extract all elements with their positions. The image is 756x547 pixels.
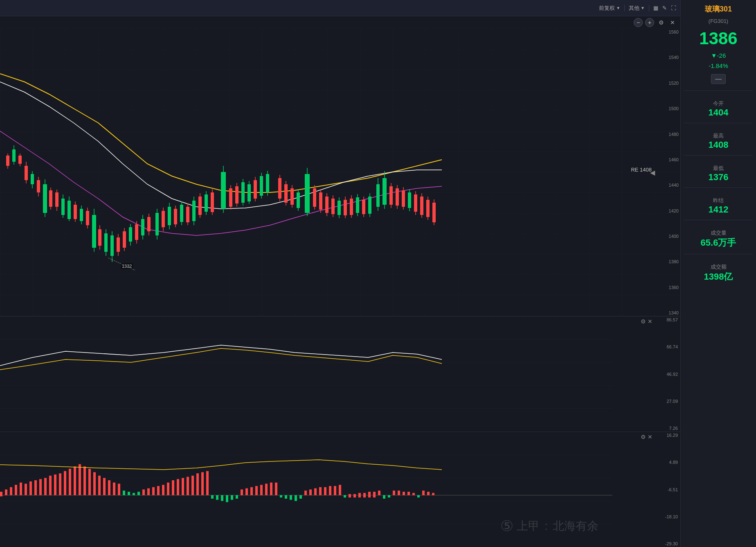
- hist-bar: [182, 478, 184, 495]
- ind2-level: -29.30: [657, 541, 678, 546]
- collapse-panel-btn[interactable]: —: [711, 74, 726, 84]
- hist-bar: [54, 475, 56, 495]
- hist-bar: [417, 495, 420, 498]
- hist-bar: [329, 486, 331, 495]
- right-panel: 玻璃301 (FG301) 1386 ▼-26 -1.84% — 今开 1404…: [680, 0, 756, 547]
- amount-row: 成交额 1398亿: [684, 263, 753, 283]
- hist-bar: [407, 492, 410, 495]
- prev-close-label: 昨结: [713, 197, 724, 204]
- prev-close-value: 1412: [709, 204, 729, 215]
- hist-bar: [265, 484, 268, 495]
- hist-bar: [226, 495, 228, 502]
- hist-bar: [64, 471, 66, 495]
- price-axis: 1560 1540 1520 1500 1480 1460 1440 1420 …: [656, 29, 680, 316]
- grid-icon: ▦: [653, 5, 658, 11]
- hist-bar: [353, 494, 356, 497]
- hist-bar: [15, 485, 17, 495]
- hist-bar: [201, 472, 204, 495]
- hist-bar: [422, 490, 425, 495]
- hist-bar: [142, 490, 145, 495]
- hist-bar: [172, 480, 174, 495]
- indicator2-axis: 16.29 4.89 -6.51 -18.10 -29.30: [656, 432, 680, 547]
- chart-gear-btn[interactable]: ⚙: [657, 18, 666, 27]
- high-label: 最高: [713, 132, 724, 140]
- hist-bar: [25, 484, 27, 495]
- toolbar: 前复权 ▼ 其他 ▼ ▦ ✎ ⛶: [0, 0, 680, 16]
- hist-bar: [162, 485, 164, 495]
- indicator1-gear[interactable]: ⚙: [641, 318, 646, 325]
- high-row: 最高 1408: [684, 132, 753, 150]
- restore-right-btn[interactable]: 前复权 ▼: [599, 5, 620, 12]
- indicator2-controls: ⚙ ✕: [641, 434, 652, 440]
- hist-bar: [314, 488, 317, 495]
- hist-bar: [339, 485, 341, 495]
- hist-bar: [319, 487, 322, 495]
- hist-bar: [88, 469, 91, 495]
- hist-bar: [137, 492, 140, 495]
- hist-bar: [295, 495, 297, 501]
- prev-close-row: 昨结 1412: [684, 197, 753, 215]
- indicator2-close[interactable]: ✕: [648, 434, 652, 440]
- price-level: 1560: [657, 29, 679, 34]
- chart-close-btn[interactable]: ✕: [668, 18, 677, 27]
- ind1-level: 7.26: [657, 426, 678, 431]
- divider4: [684, 188, 753, 188]
- price-level: 1380: [657, 259, 679, 264]
- hist-bar: [260, 485, 263, 495]
- fullscreen-btn[interactable]: ⛶: [671, 5, 676, 11]
- hist-bar: [334, 486, 336, 495]
- hist-bar: [393, 490, 395, 495]
- edit-btn[interactable]: ✎: [662, 5, 667, 11]
- hist-bar: [34, 480, 37, 495]
- hist-bar: [383, 495, 385, 499]
- hist-bar: [187, 477, 189, 495]
- volume-label: 成交量: [711, 229, 727, 237]
- hist-bar: [59, 473, 61, 495]
- hist-bar: [128, 492, 130, 495]
- price-level: 1520: [657, 81, 679, 86]
- hist-bar: [275, 483, 277, 495]
- hist-bar: [255, 486, 258, 495]
- indicator2-gear[interactable]: ⚙: [641, 434, 646, 440]
- divider6: [684, 254, 753, 254]
- zoom-minus-btn[interactable]: −: [634, 18, 643, 27]
- price-level: 1340: [657, 310, 679, 315]
- hist-bar: [108, 480, 110, 495]
- hist-bar: [152, 487, 155, 495]
- divider2: [684, 123, 753, 123]
- ind1-level: 46.92: [657, 372, 678, 377]
- zoom-plus-btn[interactable]: +: [645, 18, 654, 27]
- ind1-level: 66.74: [657, 344, 678, 349]
- hist-bar: [20, 483, 22, 495]
- hist-bar: [93, 472, 96, 495]
- hist-bar: [403, 492, 405, 495]
- divider3: [684, 155, 753, 156]
- hist-bar: [250, 487, 253, 495]
- hist-bar: [44, 478, 47, 495]
- fullscreen-icon: ⛶: [671, 5, 676, 11]
- hist-bar: [324, 487, 326, 495]
- divider1: [684, 90, 753, 91]
- hist-bar: [167, 483, 169, 495]
- indicator1-controls: ⚙ ✕: [641, 318, 652, 325]
- ind1-level: 27.09: [657, 399, 678, 404]
- hist-bar: [344, 495, 346, 498]
- annotation-re: RE 1408: [631, 167, 652, 173]
- grid-btn[interactable]: ▦: [653, 5, 658, 11]
- price-level: 1360: [657, 285, 679, 290]
- high-value: 1408: [709, 140, 729, 150]
- hist-bar: [304, 490, 307, 495]
- zoom-row: − + ⚙ ✕: [0, 16, 680, 29]
- price-level: 1440: [657, 183, 679, 188]
- ind2-level: 16.29: [657, 433, 678, 438]
- svg-rect-0: [0, 29, 680, 316]
- hist-bar: [285, 495, 287, 499]
- volume-row: 成交量 65.6万手: [684, 229, 753, 249]
- indicator1-close[interactable]: ✕: [648, 318, 652, 325]
- other-btn[interactable]: 其他 ▼: [629, 5, 645, 12]
- current-price: 1386: [684, 30, 753, 47]
- hist-bar: [398, 490, 400, 495]
- collapse-arrow[interactable]: ◀: [650, 169, 655, 176]
- price-level: 1480: [657, 132, 679, 137]
- low-row: 最低 1376: [684, 165, 753, 183]
